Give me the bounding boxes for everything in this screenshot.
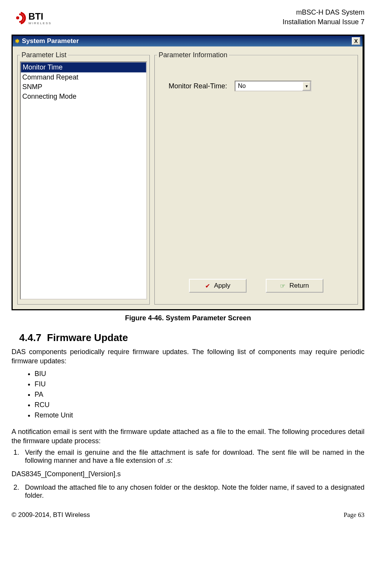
list-item-snmp[interactable]: SNMP	[21, 82, 146, 92]
window-icon: ✱	[15, 38, 20, 44]
figure-caption: Figure 4-46. System Parameter Screen	[12, 314, 364, 322]
procedure-list: Verify the email is genuine and the file…	[21, 449, 364, 465]
section-number: 4.4.7	[19, 332, 41, 343]
svg-text:BTI: BTI	[28, 11, 43, 22]
doc-title-1: mBSC-H DAS System	[283, 8, 364, 17]
logo: BTI WIRELESS	[12, 8, 73, 27]
bullet-biu: BIU	[35, 369, 364, 379]
section-heading: 4.4.7 Firmware Update	[19, 332, 364, 344]
dropdown-value: No	[235, 82, 302, 90]
list-item-monitor-time[interactable]: Monitor Time	[21, 62, 146, 73]
step-1: Verify the email is genuine and the file…	[21, 449, 364, 465]
copyright: © 2009-2014, BTI Wireless	[12, 511, 90, 519]
svg-text:WIRELESS: WIRELESS	[28, 22, 52, 25]
intro-paragraph: DAS components periodically require firm…	[12, 348, 364, 366]
parameter-listbox[interactable]: Monitor Time Command Repeat SNMP Connect…	[20, 61, 147, 300]
param-list-legend: Parameter List	[20, 51, 68, 59]
bullet-remote-unit: Remote Unit	[35, 410, 364, 421]
window-title: System Parameter	[22, 37, 79, 45]
bullet-pa: PA	[35, 389, 364, 400]
bti-logo-icon: BTI WIRELESS	[12, 8, 73, 27]
window-titlebar[interactable]: ✱ System Parameter X	[13, 36, 363, 46]
hand-icon: ☞	[280, 282, 285, 290]
svg-point-0	[16, 17, 19, 20]
page-number: Page 63	[344, 511, 364, 519]
procedure-list-2: Download the attached file to any chosen…	[21, 484, 364, 500]
component-list: BIU FIU PA RCU Remote Unit	[35, 369, 364, 421]
doc-title-2: Installation Manual Issue 7	[283, 17, 364, 27]
close-button[interactable]: X	[352, 37, 360, 45]
list-item-connecting-mode[interactable]: Connecting Mode	[21, 92, 146, 101]
list-item-command-repeat[interactable]: Command Repeat	[21, 73, 146, 82]
bullet-rcu: RCU	[35, 400, 364, 410]
apply-label: Apply	[214, 282, 230, 290]
para2: A notification email is sent with the fi…	[12, 427, 364, 446]
return-label: Return	[289, 282, 309, 290]
monitor-realtime-label: Monitor Real-Time:	[169, 82, 227, 90]
apply-button[interactable]: ✔ Apply	[189, 279, 247, 293]
monitor-realtime-dropdown[interactable]: No ▼	[235, 81, 311, 91]
param-info-legend: Parameter Information	[157, 51, 229, 59]
bullet-fiu: FIU	[35, 379, 364, 389]
close-icon: X	[354, 38, 358, 44]
parameter-list-group: Parameter List Monitor Time Command Repe…	[17, 51, 150, 305]
parameter-info-group: Parameter Information Monitor Real-Time:…	[154, 51, 358, 305]
system-parameter-window: ✱ System Parameter X Parameter List Moni…	[12, 35, 364, 310]
return-button[interactable]: ☞ Return	[266, 279, 323, 293]
section-title: Firmware Update	[47, 332, 128, 343]
check-icon: ✔	[205, 282, 210, 290]
step-2: Download the attached file to any chosen…	[21, 484, 364, 500]
filename-pattern: DAS8345_[Component]_[Version].s	[12, 470, 364, 478]
chevron-down-icon[interactable]: ▼	[302, 81, 311, 91]
